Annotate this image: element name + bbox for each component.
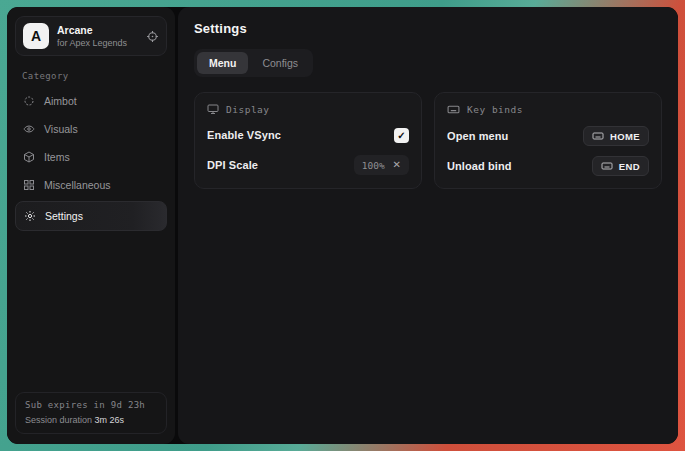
app-subtitle: for Apex Legends: [57, 38, 138, 48]
sidebar-item-items[interactable]: Items: [15, 143, 167, 171]
grid-icon: [23, 179, 35, 191]
display-card: Display Enable VSync ✓ DPI Scale 100% ✕: [194, 92, 422, 189]
open-menu-keybind[interactable]: HOME: [583, 126, 649, 146]
sub-expiry-text: Sub expires in 9d 23h: [25, 399, 157, 412]
unload-bind-key: END: [619, 161, 640, 172]
session-duration-text: Session duration 3m 26s: [25, 414, 157, 427]
display-card-header: Display: [207, 103, 409, 115]
app-meta: Arcane for Apex Legends: [57, 24, 138, 48]
open-menu-key: HOME: [610, 131, 640, 142]
sidebar-item-label: Items: [44, 151, 70, 163]
page-title: Settings: [194, 21, 662, 36]
open-menu-row: Open menu HOME: [447, 126, 649, 146]
sidebar: A Arcane for Apex Legends Category: [7, 7, 175, 444]
keybinds-card-title: Key binds: [467, 104, 523, 115]
sidebar-nav: Aimbot Visuals Items: [15, 87, 167, 233]
tab-configs[interactable]: Configs: [250, 52, 310, 74]
sidebar-item-label: Aimbot: [44, 95, 77, 107]
subscription-info-card: Sub expires in 9d 23h Session duration 3…: [15, 392, 167, 434]
cube-icon: [23, 151, 35, 163]
vsync-label: Enable VSync: [207, 129, 281, 141]
open-menu-label: Open menu: [447, 130, 508, 142]
display-card-title: Display: [226, 104, 270, 115]
app-logo: A: [23, 23, 49, 49]
unload-bind-label: Unload bind: [447, 160, 512, 172]
sidebar-item-aimbot[interactable]: Aimbot: [15, 87, 167, 115]
vsync-row: Enable VSync ✓: [207, 125, 409, 145]
app-header-card: A Arcane for Apex Legends: [15, 16, 167, 56]
monitor-icon: [207, 103, 219, 115]
main-panel: Settings Menu Configs Display: [178, 7, 678, 444]
keybinds-card: Key binds Open menu HOME Unload bin: [434, 92, 662, 189]
dpi-scale-row: DPI Scale 100% ✕: [207, 155, 409, 175]
unload-bind-row: Unload bind END: [447, 156, 649, 176]
sidebar-item-label: Miscellaneous: [44, 179, 111, 191]
keybinds-card-header: Key binds: [447, 103, 649, 116]
sidebar-item-miscellaneous[interactable]: Miscellaneous: [15, 171, 167, 199]
app-window: A Arcane for Apex Legends Category: [7, 7, 678, 444]
session-duration-value: 3m 26s: [95, 415, 125, 425]
dpi-scale-input[interactable]: 100% ✕: [354, 155, 409, 175]
target-icon[interactable]: [146, 30, 159, 43]
dpi-scale-label: DPI Scale: [207, 159, 258, 171]
sidebar-item-settings[interactable]: Settings: [15, 201, 167, 231]
unload-bind-keybind[interactable]: END: [592, 156, 649, 176]
tab-menu[interactable]: Menu: [197, 52, 248, 74]
sidebar-section-label: Category: [22, 71, 167, 81]
eye-icon: [23, 123, 35, 135]
gear-icon: [24, 210, 36, 222]
vsync-checkbox[interactable]: ✓: [394, 128, 409, 143]
session-duration-label: Session duration: [25, 415, 92, 425]
close-icon[interactable]: ✕: [393, 160, 401, 170]
tab-bar: Menu Configs: [194, 49, 313, 77]
settings-cards: Display Enable VSync ✓ DPI Scale 100% ✕: [194, 92, 662, 189]
keyboard-icon: [592, 130, 604, 142]
dpi-scale-value: 100%: [362, 160, 385, 171]
sidebar-item-label: Visuals: [44, 123, 78, 135]
crosshair-icon: [23, 95, 35, 107]
app-name: Arcane: [57, 24, 138, 36]
sidebar-item-visuals[interactable]: Visuals: [15, 115, 167, 143]
keyboard-icon: [447, 103, 460, 116]
keyboard-icon: [601, 160, 613, 172]
sidebar-item-label: Settings: [45, 210, 83, 222]
